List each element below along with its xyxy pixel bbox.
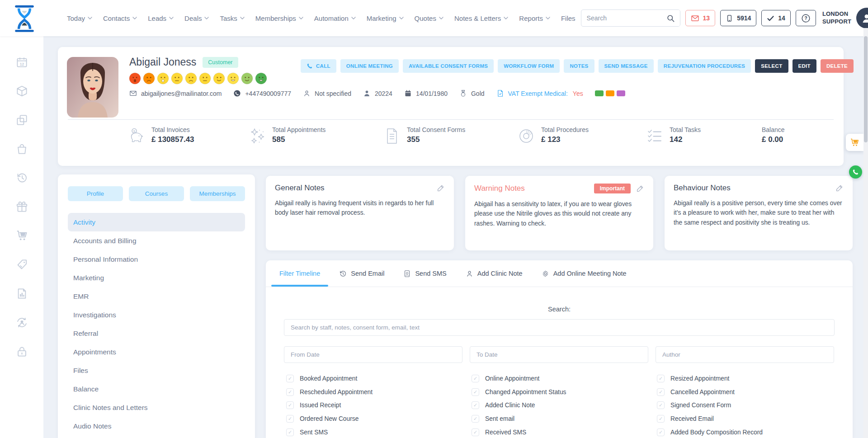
available-consent-forms-button[interactable]: AVAILABLE CONSENT FORMS [403, 59, 494, 73]
checkbox-rescheduled-appointment[interactable]: ✓Rescheduled Appointment [286, 388, 472, 396]
timeline-tab-filter-timeline[interactable]: Filter Timeline [279, 260, 320, 287]
checkbox-box[interactable]: ✓ [472, 375, 479, 382]
checkbox-box[interactable]: ✓ [472, 388, 479, 396]
sidebar-item-activity[interactable]: Activity [68, 213, 245, 231]
sidebar-item-accounts-and-billing[interactable]: Accounts and Billing [68, 231, 245, 250]
email-badge[interactable]: 13 [685, 10, 716, 26]
satisfaction-emoji-2[interactable] [143, 72, 155, 85]
checkbox-box[interactable]: ✓ [286, 415, 294, 423]
nav-item-memberships[interactable]: Memberships [250, 14, 309, 22]
timeline-tab-add-online-meeting-note[interactable]: Add Online Meeting Note [542, 260, 627, 287]
timeline-tab-add-clinic-note[interactable]: Add Clinic Note [466, 260, 523, 287]
nav-item-quotes[interactable]: Quotes [409, 14, 449, 22]
checkbox-box[interactable]: ✓ [657, 415, 665, 423]
nav-item-today[interactable]: Today [61, 14, 98, 22]
satisfaction-emoji-9[interactable] [241, 72, 253, 85]
checkbox-received-sms[interactable]: ✓Received SMS [472, 429, 657, 436]
satisfaction-emoji-3[interactable] [157, 72, 169, 85]
sidebar-item-emr[interactable]: EMR [68, 287, 245, 306]
gift-icon[interactable] [16, 201, 28, 213]
checkbox-sent-email[interactable]: ✓Sent email [472, 415, 657, 423]
workflow-form-button[interactable]: WORKFLOW FORM [498, 59, 560, 73]
satisfaction-emoji-10[interactable] [255, 72, 267, 85]
sidebar-item-personal-information[interactable]: Personal Information [68, 250, 245, 268]
nav-item-automation[interactable]: Automation [309, 14, 361, 22]
color-tag-2[interactable] [606, 90, 614, 96]
filter-author-input[interactable] [656, 346, 834, 363]
satisfaction-emoji-8[interactable] [227, 72, 239, 85]
nav-item-contacts[interactable]: Contacts [98, 14, 142, 22]
checkbox-online-appointment[interactable]: ✓Online Appointment [472, 375, 657, 382]
copy-icon[interactable] [16, 114, 28, 126]
basket-icon[interactable] [16, 143, 28, 155]
sidebar-item-appointments[interactable]: Appointments [68, 343, 245, 361]
sidebar-item-marketing[interactable]: Marketing [68, 268, 245, 287]
checkbox-box[interactable]: ✓ [286, 429, 294, 436]
checkbox-box[interactable]: ✓ [472, 401, 479, 409]
call-button[interactable] [849, 165, 862, 179]
contact-email[interactable]: abigailjones@mailinator.com [129, 89, 222, 97]
call-button[interactable]: CALL [301, 59, 336, 73]
checkbox-box[interactable]: ✓ [286, 401, 294, 409]
checkbox-box[interactable]: ✓ [657, 388, 665, 396]
checkbox-resized-appointment[interactable]: ✓Resized Appointment [657, 375, 839, 382]
package-icon[interactable] [16, 85, 28, 97]
cart-button[interactable] [846, 134, 863, 151]
nav-item-leads[interactable]: Leads [142, 14, 179, 22]
nav-item-reports[interactable]: Reports [514, 14, 556, 22]
lock-icon[interactable] [16, 345, 28, 358]
satisfaction-emoji-1[interactable] [129, 72, 141, 85]
nav-item-marketing[interactable]: Marketing [361, 14, 409, 22]
online-meeting-button[interactable]: ONLINE MEETING [340, 59, 399, 73]
checkbox-box[interactable]: ✓ [657, 375, 665, 382]
checkbox-box[interactable]: ✓ [472, 415, 479, 423]
tab-memberships[interactable]: Memberships [190, 186, 245, 201]
checkbox-booked-appointment[interactable]: ✓Booked Appointment [286, 375, 472, 382]
tag-icon[interactable] [16, 259, 28, 271]
customer-photo[interactable] [67, 57, 118, 118]
notes-button[interactable]: NOTES [564, 59, 594, 73]
nav-item-files[interactable]: Files [556, 14, 581, 22]
checkbox-received-email[interactable]: ✓Received Email [657, 415, 839, 423]
search-icon[interactable] [662, 10, 680, 26]
sidebar-item-audio-notes[interactable]: Audio Notes [68, 417, 245, 435]
timeline-tab-send-email[interactable]: Send Email [339, 260, 384, 287]
calendar-12-icon[interactable]: 12 [16, 56, 28, 68]
checkbox-changed-appointment-status[interactable]: ✓Changed Appointment Status [472, 388, 657, 396]
tab-profile[interactable]: Profile [68, 186, 123, 201]
account-sync-icon[interactable] [16, 316, 28, 329]
sidebar-item-balance[interactable]: Balance [68, 380, 245, 398]
pencil-icon[interactable] [835, 184, 844, 192]
timeline-search-input[interactable] [284, 319, 835, 336]
sidebar-item-referral[interactable]: Referral [68, 324, 245, 343]
checkbox-signed-consent-form[interactable]: ✓Signed Consent Form [657, 401, 839, 409]
help-badge[interactable]: ? [796, 10, 816, 26]
pencil-icon[interactable] [636, 184, 644, 193]
report-icon[interactable] [16, 287, 28, 300]
sidebar-item-drinks[interactable]: Drinks [68, 435, 245, 438]
satisfaction-emoji-7[interactable] [213, 72, 225, 85]
sidebar-item-files[interactable]: Files [68, 361, 245, 380]
contact-phone[interactable]: +447490009777 [233, 89, 291, 97]
tasks-badge[interactable]: 14 [761, 10, 791, 26]
sms-badge[interactable]: 5914 [720, 10, 756, 26]
satisfaction-emoji-4[interactable] [171, 72, 183, 85]
checkbox-cancelled-appointment[interactable]: ✓Cancelled Appointment [657, 388, 839, 396]
color-tag-1[interactable] [595, 90, 604, 96]
select-button[interactable]: SELECT [755, 59, 788, 73]
color-tag-3[interactable] [617, 90, 625, 96]
hourglass-logo-icon[interactable] [13, 5, 36, 31]
sidebar-item-clinic-notes-and-letters[interactable]: Clinic Notes and Letters [68, 398, 245, 417]
rejuvenation-procedures-button[interactable]: REJUVENATION PROCEDURES [658, 59, 751, 73]
checkbox-ordered-new-course[interactable]: ✓Ordered New Course [286, 415, 472, 423]
search-input[interactable] [581, 14, 662, 22]
delete-button[interactable]: DELETE [821, 59, 854, 73]
checkbox-sent-sms[interactable]: ✓Sent SMS [286, 429, 472, 436]
checkbox-box[interactable]: ✓ [657, 429, 665, 436]
pencil-icon[interactable] [437, 184, 445, 192]
history-icon[interactable] [16, 172, 28, 184]
filter-to-date-input[interactable] [470, 346, 648, 363]
checkbox-box[interactable]: ✓ [286, 388, 294, 396]
checkbox-added-body-composition-record[interactable]: ✓Added Body Composition Record [657, 429, 839, 436]
nav-item-tasks[interactable]: Tasks [214, 14, 250, 22]
